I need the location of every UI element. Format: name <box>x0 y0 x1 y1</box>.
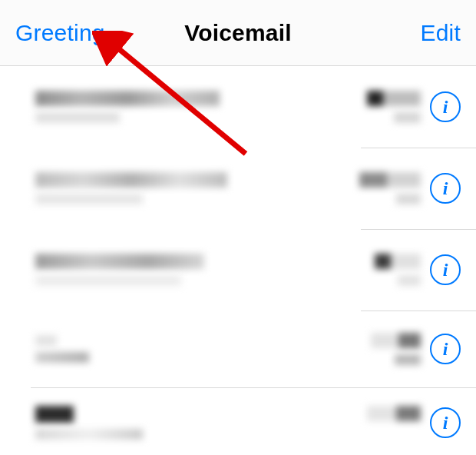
voicemail-meta <box>345 158 430 218</box>
redacted-text <box>375 254 421 269</box>
redacted-text <box>367 406 421 421</box>
voicemail-caller <box>35 77 345 137</box>
voicemail-row[interactable]: i <box>0 148 476 229</box>
redacted-text <box>35 429 143 440</box>
edit-button[interactable]: Edit <box>421 20 461 46</box>
info-icon[interactable]: i <box>430 407 461 438</box>
redacted-text <box>395 354 421 365</box>
voicemail-row[interactable]: i <box>0 229 476 311</box>
redacted-text <box>35 91 220 106</box>
voicemail-meta <box>345 77 430 137</box>
redacted-text <box>394 112 421 123</box>
navbar: Greeting Voicemail Edit <box>0 0 476 66</box>
info-icon[interactable]: i <box>430 254 461 285</box>
info-icon[interactable]: i <box>430 334 461 364</box>
voicemail-caller <box>35 321 345 377</box>
voicemail-caller <box>35 240 345 300</box>
voicemail-meta <box>345 321 430 377</box>
redacted-text <box>35 275 181 286</box>
voicemail-caller <box>35 401 345 444</box>
page-title: Voicemail <box>184 20 292 46</box>
greeting-button[interactable]: Greeting <box>15 20 105 46</box>
redacted-text <box>398 275 421 286</box>
redacted-text <box>35 254 204 269</box>
redacted-text <box>35 352 89 363</box>
info-icon[interactable]: i <box>430 91 461 122</box>
redacted-text <box>396 194 421 204</box>
redacted-text <box>35 172 227 188</box>
voicemail-meta <box>345 401 430 444</box>
voicemail-meta <box>345 240 430 300</box>
redacted-text <box>35 112 120 123</box>
redacted-text <box>35 406 74 423</box>
voicemail-row[interactable]: i <box>0 311 476 387</box>
info-icon[interactable]: i <box>430 173 461 204</box>
redacted-text <box>359 172 421 188</box>
voicemail-list: i i i <box>0 66 476 455</box>
voicemail-caller <box>35 158 345 218</box>
redacted-text <box>35 194 143 204</box>
redacted-text <box>371 333 421 348</box>
redacted-text <box>35 335 57 346</box>
voicemail-row[interactable]: i <box>0 387 476 455</box>
voicemail-row[interactable]: i <box>0 66 476 148</box>
redacted-text <box>367 91 421 106</box>
